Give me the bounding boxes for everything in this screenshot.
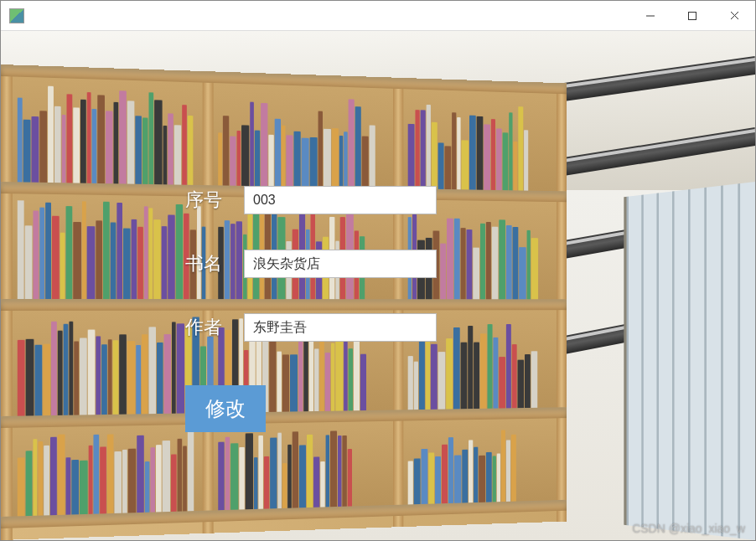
author-label: 作者 — [185, 315, 244, 340]
close-button[interactable] — [713, 1, 755, 31]
maximize-button[interactable] — [671, 1, 713, 31]
content-area: 序号 书名 作者 修改 CSDN @xiao_xiao_w — [1, 31, 755, 540]
edit-form: 序号 书名 作者 修改 — [185, 186, 504, 432]
name-label: 书名 — [185, 251, 244, 276]
id-input[interactable] — [244, 186, 437, 214]
submit-button[interactable]: 修改 — [185, 385, 266, 432]
id-label: 序号 — [185, 188, 244, 213]
form-row-id: 序号 — [185, 186, 504, 214]
app-window: 序号 书名 作者 修改 CSDN @xiao_xiao_w — [0, 0, 756, 541]
svg-rect-1 — [689, 12, 696, 19]
name-input[interactable] — [244, 250, 437, 278]
author-input[interactable] — [244, 313, 437, 342]
watermark-text: CSDN @xiao_xiao_w — [632, 522, 745, 535]
titlebar — [1, 1, 755, 31]
form-row-name: 书名 — [185, 250, 504, 278]
minimize-button[interactable] — [629, 1, 671, 31]
app-icon — [9, 8, 24, 23]
form-row-author: 作者 — [185, 313, 504, 342]
